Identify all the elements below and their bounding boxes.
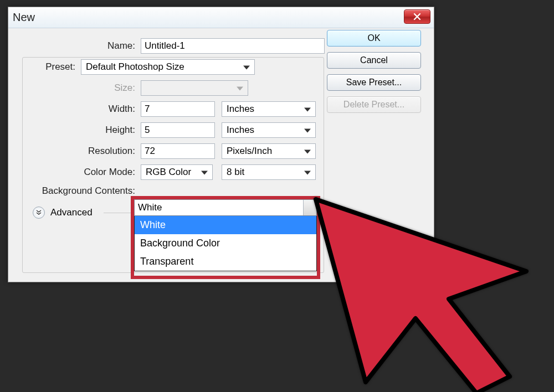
chevron-down-icon <box>201 171 208 175</box>
close-icon <box>413 12 422 21</box>
color-mode-label: Color Mode: <box>16 167 141 178</box>
preset-value: Default Photoshop Size <box>86 61 184 73</box>
delete-preset-button: Delete Preset... <box>327 96 421 113</box>
advanced-toggle[interactable] <box>33 207 45 219</box>
chevron-down-icon <box>304 150 311 154</box>
chevron-down-icon <box>243 66 250 70</box>
save-preset-button[interactable]: Save Preset... <box>327 74 421 91</box>
resolution-label: Resolution: <box>16 146 141 157</box>
color-mode-value: RGB Color <box>146 167 191 178</box>
ok-button[interactable]: OK <box>327 30 421 47</box>
bg-contents-select[interactable]: White <box>134 199 317 216</box>
height-input[interactable] <box>141 122 215 138</box>
name-input[interactable] <box>141 38 325 54</box>
height-label: Height: <box>16 125 141 136</box>
chevron-down-icon <box>304 129 311 133</box>
preset-select[interactable]: Default Photoshop Size <box>81 59 255 75</box>
bg-contents-value: White <box>138 202 162 213</box>
bg-option-white[interactable]: White <box>135 216 316 234</box>
bg-option-background-color[interactable]: Background Color <box>135 234 316 252</box>
chevron-down-icon <box>304 171 311 175</box>
width-unit-value: Inches <box>227 104 254 115</box>
close-button[interactable] <box>404 9 430 24</box>
resolution-unit-select[interactable]: Pixels/Inch <box>222 143 316 159</box>
color-mode-select[interactable]: RGB Color <box>141 164 213 180</box>
height-unit-value: Inches <box>227 125 254 136</box>
width-label: Width: <box>16 104 141 115</box>
preset-label: Preset: <box>0 61 81 73</box>
titlebar[interactable]: New <box>8 7 434 28</box>
resolution-unit-value: Pixels/Inch <box>227 146 272 157</box>
dialog-title: New <box>13 11 35 24</box>
tutorial-cursor-icon <box>299 183 543 392</box>
height-unit-select[interactable]: Inches <box>222 122 316 138</box>
cancel-button[interactable]: Cancel <box>327 52 421 69</box>
name-label: Name: <box>16 40 141 51</box>
color-depth-value: 8 bit <box>227 167 244 178</box>
resolution-input[interactable] <box>141 143 215 159</box>
size-label: Size: <box>16 82 141 94</box>
chevron-down-icon <box>304 108 311 112</box>
bg-contents-label: Background Contents: <box>16 185 141 197</box>
double-chevron-down-icon <box>35 209 42 216</box>
advanced-label: Advanced <box>50 207 93 218</box>
width-unit-select[interactable]: Inches <box>222 101 316 117</box>
bg-option-transparent[interactable]: Transparent <box>135 252 316 271</box>
bg-contents-dropdown[interactable]: White Background Color Transparent <box>134 216 317 271</box>
chevron-down-icon <box>237 87 243 91</box>
size-select <box>141 80 248 96</box>
color-depth-select[interactable]: 8 bit <box>222 164 316 180</box>
width-input[interactable] <box>141 101 215 117</box>
